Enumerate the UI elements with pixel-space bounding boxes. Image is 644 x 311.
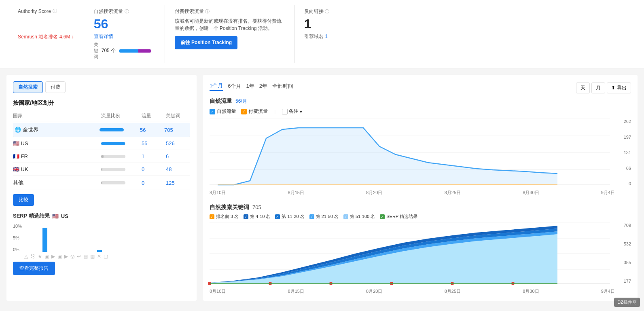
serp-y-labels: 10% 5% 0% — [13, 224, 22, 252]
keywords-chart-svg — [210, 223, 631, 286]
backlinks-card: 反向链接 ⓘ 1 引荐域名 1 — [294, 5, 375, 63]
export-icon: ⬆ — [611, 85, 615, 91]
semrush-rank: Semrush 域名排名 4.6M ↓ — [18, 30, 74, 40]
kw-legend-11-20: ✓ 第 11-20 名 — [275, 214, 304, 220]
view-report-button[interactable]: 查看完整报告 — [13, 262, 55, 275]
kw-x-axis: 8月10日 8月15日 8月20日 8月25日 8月30日 9月4日 — [210, 288, 631, 294]
chart-title-row: 自然流量 56/月 — [210, 97, 631, 105]
progress-bar-fr — [101, 155, 125, 158]
organic-area — [218, 128, 557, 185]
tab-1year[interactable]: 1年 — [246, 82, 254, 91]
table-row: 🌐 全世界 56 705 — [13, 123, 190, 137]
serp-icons: △ ⛓ ★ ▣ ▶ ▣ ▶ ◎ ↩ ▦ ▨ ✕ ▢ — [13, 254, 190, 259]
legend-notes-checkbox[interactable] — [282, 109, 288, 114]
legend-notes-dropdown[interactable]: 备注 ▾ — [282, 108, 302, 115]
paid-traffic-card: 付费搜索流量 ⓘ 该域名可能是新的或现在没有排名。要获得付费流量的数据，创建一个… — [165, 5, 294, 63]
table-row: 🇫🇷 FR 1 6 — [13, 150, 190, 163]
keyword-bar — [119, 49, 151, 53]
main-chart-container: 262 197 131 66 0 — [210, 118, 631, 188]
organic-traffic-card: 自然搜索流量 ⓘ 56 查看详情 关键词 705 个 — [84, 5, 165, 63]
tab-organic[interactable]: 自然搜索 — [13, 81, 43, 93]
serp-section: SERP 精选结果 🇺🇸 US 10% 5% 0% — [13, 212, 190, 275]
organic-traffic-value: 56 — [94, 17, 155, 32]
authority-score-info-icon[interactable]: ⓘ — [53, 8, 57, 14]
table-row: 🇬🇧 UK 0 48 — [13, 163, 190, 176]
tab-6month[interactable]: 6个月 — [228, 82, 241, 91]
progress-bar-uk — [101, 168, 125, 171]
progress-bar-other — [101, 181, 125, 184]
authority-score-card: Authority Score ⓘ Semrush 域名排名 4.6M ↓ — [8, 5, 84, 63]
referring-domains: 引荐域名 1 — [304, 33, 366, 40]
right-panel: 1个月 6个月 1年 2年 全部时间 天 月 ⬆ 导出 自然流量 56/月 — [203, 75, 638, 301]
tab-2year[interactable]: 2年 — [259, 82, 267, 91]
time-tabs: 1个月 6个月 1年 2年 全部时间 — [210, 81, 293, 91]
chart-y-axis: 262 197 131 66 0 — [617, 118, 631, 187]
chart-title: 自然流量 — [210, 97, 232, 105]
chart-value: 56/月 — [235, 98, 247, 105]
view-day-button[interactable]: 天 — [576, 83, 590, 93]
kw-legend-21-50: ✓ 第 21-50 名 — [309, 214, 339, 220]
serp-bar — [42, 228, 47, 252]
watermark: DZ插件网 — [614, 298, 640, 307]
keywords-legend: ✓ 排名前 3 名 ✓ 第 4-10 名 ✓ 第 11-20 名 ✓ 第 21-… — [210, 214, 631, 220]
serp-chart-area: 10% 5% 0% — [13, 224, 190, 256]
legend-paid: ✓ 付费流量 — [241, 108, 268, 115]
time-tabs-row: 1个月 6个月 1年 2年 全部时间 天 月 ⬆ 导出 — [210, 81, 631, 94]
table-row: 🇺🇸 US 55 526 — [13, 137, 190, 150]
view-buttons: 天 月 ⬆ 导出 — [576, 83, 631, 93]
keywords-chart-container: 709 532 355 177 — [210, 223, 631, 287]
kw-51-100-checkbox[interactable]: ✓ — [343, 214, 348, 219]
kw-serp-checkbox[interactable]: ✓ — [380, 214, 385, 219]
kw-21-50-checkbox[interactable]: ✓ — [309, 214, 314, 219]
keyword-label: 关键词 — [94, 42, 98, 60]
kw-11-20-checkbox[interactable]: ✓ — [275, 214, 280, 219]
serp-title: SERP 精选结果 🇺🇸 US — [13, 212, 190, 220]
kw-top3-checkbox[interactable]: ✓ — [210, 214, 214, 219]
kw-y-axis: 709 532 355 177 — [617, 223, 631, 283]
progress-bar-world — [100, 128, 124, 131]
paid-line — [218, 184, 557, 185]
keyword-row: 关键词 705 个 — [94, 42, 155, 60]
chart-legend: ✓ 自然流量 ✓ 付费流量 | 备注 ▾ — [210, 108, 631, 115]
keywords-title-row: 自然搜索关键词 705 — [210, 204, 631, 211]
backlinks-label: 反向链接 ⓘ — [304, 8, 366, 15]
organic-traffic-link[interactable]: 查看详情 — [94, 33, 155, 40]
tab-1month[interactable]: 1个月 — [210, 81, 223, 91]
main-chart-svg — [210, 118, 631, 187]
legend-organic: ✓ 自然流量 — [210, 108, 236, 115]
progress-bar-us — [101, 142, 125, 145]
kw-legend-4-10: ✓ 第 4-10 名 — [244, 214, 270, 220]
keywords-count: 705 — [252, 204, 261, 210]
serp-bar — [97, 250, 102, 252]
export-button[interactable]: ⬆ 导出 — [607, 83, 631, 93]
kw-4-10-checkbox[interactable]: ✓ — [244, 214, 248, 219]
legend-paid-checkbox[interactable]: ✓ — [241, 109, 247, 114]
tab-paid[interactable]: 付费 — [45, 81, 66, 93]
kw-legend-serp: ✓ SERP 精选结果 — [380, 214, 417, 220]
section-title: 按国家/地区划分 — [13, 99, 190, 107]
paid-traffic-label: 付费搜索流量 ⓘ — [175, 8, 284, 15]
chart-x-axis: 8月10日 8月15日 8月20日 8月25日 8月30日 9月4日 — [210, 190, 631, 196]
authority-score-label: Authority Score ⓘ — [18, 8, 74, 14]
left-panel: 自然搜索 付费 按国家/地区划分 国家 流量比例 流量 关键词 🌐 全世界 56… — [6, 75, 197, 301]
top-bar: Authority Score ⓘ Semrush 域名排名 4.6M ↓ 自然… — [0, 0, 644, 68]
table-header: 国家 流量比例 流量 关键词 — [13, 111, 190, 121]
organic-traffic-info-icon[interactable]: ⓘ — [125, 8, 129, 15]
view-month-button[interactable]: 月 — [591, 83, 605, 93]
compare-button[interactable]: 比较 — [13, 194, 34, 206]
kw-area-51-100 — [210, 234, 557, 283]
tab-alltime[interactable]: 全部时间 — [272, 82, 293, 91]
paid-traffic-description: 该域名可能是新的或现在没有排名。要获得付费流量的数据，创建一个 Position… — [175, 17, 284, 32]
legend-organic-checkbox[interactable]: ✓ — [210, 109, 215, 114]
organic-traffic-label: 自然搜索流量 ⓘ — [94, 8, 155, 15]
legend-divider: | — [274, 108, 275, 114]
keywords-section: 自然搜索关键词 705 ✓ 排名前 3 名 ✓ 第 4-10 名 ✓ 第 11-… — [210, 204, 631, 294]
position-tracking-button[interactable]: 前往 Position Tracking — [175, 36, 237, 49]
keywords-title: 自然搜索关键词 — [210, 204, 249, 211]
paid-traffic-info-icon[interactable]: ⓘ — [205, 9, 210, 14]
main-content: 自然搜索 付费 按国家/地区划分 国家 流量比例 流量 关键词 🌐 全世界 56… — [0, 68, 644, 307]
kw-legend-51-100: ✓ 第 51-100 名 — [343, 214, 375, 220]
backlinks-info-icon[interactable]: ⓘ — [325, 9, 329, 14]
backlinks-value: 1 — [304, 17, 366, 32]
table-row: 其他 0 125 — [13, 176, 190, 190]
